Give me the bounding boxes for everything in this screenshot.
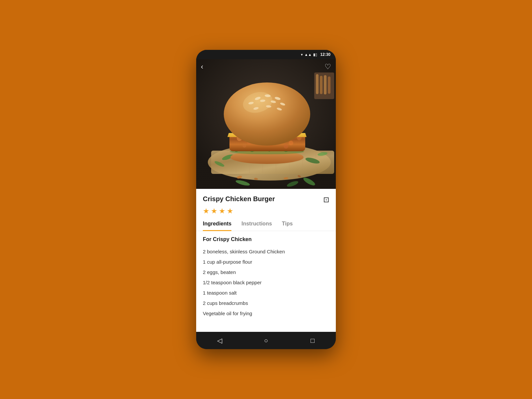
status-icons: ▾ ▲▲ ▮▯ 12:30	[301, 52, 331, 57]
status-time: 12:30	[320, 52, 331, 57]
ingredient-item: 2 eggs, beaten	[203, 267, 329, 277]
recipe-header: Crispy Chicken Burger ⊡	[196, 189, 336, 204]
ingredient-item: 1/2 teaspoon black pepper	[203, 277, 329, 288]
svg-point-31	[289, 141, 293, 145]
tab-instructions[interactable]: Instructions	[241, 221, 272, 231]
android-recent-button[interactable]: □	[306, 334, 319, 347]
svg-point-33	[242, 144, 246, 148]
section-heading: For Crispy Chicken	[203, 236, 329, 242]
svg-point-36	[224, 82, 310, 146]
svg-rect-51	[324, 75, 327, 94]
hero-image: ‹ ♡	[196, 59, 336, 189]
tab-tips[interactable]: Tips	[282, 221, 293, 231]
svg-rect-49	[316, 74, 319, 94]
star-2: ★	[211, 207, 217, 215]
battery-icon: ▮▯	[313, 53, 317, 57]
bottom-nav: ◁ ○ □	[196, 332, 336, 349]
tabs-row: Ingredients Instructions Tips	[196, 215, 336, 231]
android-home-button[interactable]: ○	[259, 334, 273, 347]
svg-rect-50	[320, 76, 323, 94]
android-back-button[interactable]: ◁	[213, 334, 226, 347]
star-3: ★	[219, 207, 225, 215]
signal-icon: ▲▲	[305, 53, 312, 57]
tab-ingredients[interactable]: Ingredients	[203, 221, 231, 231]
ingredient-item: Vegetable oil for frying	[203, 308, 329, 319]
bookmark-button[interactable]: ⊡	[323, 196, 329, 204]
ingredient-item: 2 boneless, skinless Ground Chicken	[203, 246, 329, 257]
svg-point-35	[284, 144, 288, 149]
svg-rect-52	[328, 76, 331, 94]
star-4: ★	[227, 207, 233, 215]
recipe-title: Crispy Chicken Burger	[203, 195, 275, 203]
star-1: ★	[203, 207, 209, 215]
ingredient-item: 2 cups breadcrumbs	[203, 298, 329, 308]
ingredient-item: 1 cup all-purpose flour	[203, 257, 329, 267]
content-area: Crispy Chicken Burger ⊡ ★ ★ ★ ★ Ingredie…	[196, 189, 336, 332]
phone-frame: ▾ ▲▲ ▮▯ 12:30	[196, 50, 336, 349]
status-bar: ▾ ▲▲ ▮▯ 12:30	[196, 50, 336, 59]
stars-row: ★ ★ ★ ★	[196, 204, 336, 215]
heart-button[interactable]: ♡	[325, 63, 331, 71]
wifi-icon: ▾	[301, 53, 303, 57]
ingredients-section: For Crispy Chicken 2 boneless, skinless …	[196, 231, 336, 324]
back-button[interactable]: ‹	[201, 63, 203, 71]
ingredient-item: 1 teaspoon salt	[203, 288, 329, 298]
